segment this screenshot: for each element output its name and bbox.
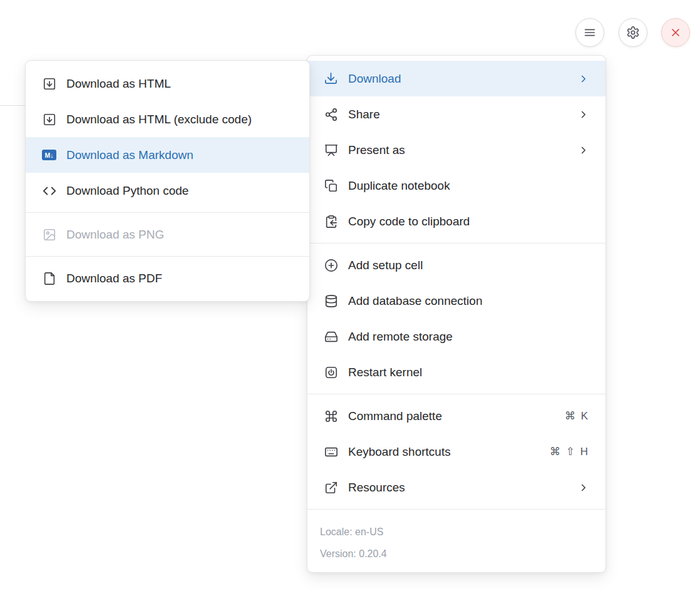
menu-divider xyxy=(307,509,605,510)
database-icon xyxy=(324,294,338,308)
plus-circle-icon xyxy=(324,258,338,272)
markdown-badge: M↓ xyxy=(42,150,56,160)
shortcut-hint: ⌘ K xyxy=(565,409,589,423)
menu-item-label: Add database connection xyxy=(348,294,589,308)
menu-divider xyxy=(26,212,309,213)
menu-item-label: Copy code to clipboard xyxy=(348,215,589,228)
shortcut-hint: ⌘ ⇧ H xyxy=(550,445,589,458)
menu-button[interactable] xyxy=(575,18,604,47)
keyboard-icon xyxy=(324,444,338,459)
menu-item-command-palette[interactable]: Command palette ⌘ K xyxy=(307,398,605,434)
menu-divider xyxy=(307,243,605,244)
menu-item-label: Present as xyxy=(348,143,570,157)
close-icon xyxy=(669,26,682,39)
share-icon xyxy=(324,107,338,121)
menu-item-add-database[interactable]: Add database connection xyxy=(307,283,605,319)
hamburger-icon xyxy=(583,26,597,39)
chevron-right-icon xyxy=(578,73,589,85)
menu-item-duplicate-notebook[interactable]: Duplicate notebook xyxy=(307,168,605,203)
square-arrow-down-icon xyxy=(42,112,56,126)
download-submenu: Download as HTML Download as HTML (exclu… xyxy=(25,60,310,302)
menu-item-label: Download as HTML (exclude code) xyxy=(66,113,293,126)
submenu-item-download-png: Download as PNG xyxy=(26,217,309,252)
locale-text: Locale: en-US xyxy=(320,521,593,543)
menu-item-add-remote-storage[interactable]: Add remote storage xyxy=(307,319,605,354)
menu-item-label: Keyboard shortcuts xyxy=(348,445,550,459)
external-link-icon xyxy=(324,480,338,495)
file-icon xyxy=(42,271,56,285)
menu-item-label: Download as Markdown xyxy=(66,148,293,162)
hard-drive-icon xyxy=(324,329,338,344)
clipboard-copy-icon xyxy=(324,214,338,228)
menu-item-copy-code[interactable]: Copy code to clipboard xyxy=(307,203,605,239)
menu-divider xyxy=(26,256,309,257)
menu-item-label: Share xyxy=(348,108,570,121)
chevron-right-icon xyxy=(578,109,589,120)
chevron-right-icon xyxy=(578,145,589,156)
submenu-item-download-markdown[interactable]: M↓ Download as Markdown xyxy=(26,137,309,173)
settings-button[interactable] xyxy=(619,18,647,47)
command-icon xyxy=(324,409,338,423)
background-cell-edge xyxy=(0,105,25,106)
submenu-item-download-pdf[interactable]: Download as PDF xyxy=(26,260,309,296)
menu-divider xyxy=(307,394,605,394)
close-button[interactable] xyxy=(661,18,690,47)
submenu-item-download-html-exclude-code[interactable]: Download as HTML (exclude code) xyxy=(26,101,309,137)
image-icon xyxy=(42,227,56,242)
menu-item-present-as[interactable]: Present as xyxy=(307,132,605,168)
download-icon xyxy=(324,71,338,86)
menu-item-share[interactable]: Share xyxy=(307,96,605,132)
menu-footer: Locale: en-US Version: 0.20.4 xyxy=(307,513,605,567)
submenu-item-download-python-code[interactable]: Download Python code xyxy=(26,173,309,208)
chevron-right-icon xyxy=(578,482,589,493)
version-text: Version: 0.20.4 xyxy=(320,543,593,565)
menu-item-label: Download as PDF xyxy=(66,272,293,285)
code-icon xyxy=(42,183,56,198)
gear-icon xyxy=(626,26,640,39)
duplicate-icon xyxy=(324,178,338,193)
notebook-menu: Download Share Present as Duplicate note… xyxy=(307,55,606,573)
menu-item-add-setup-cell[interactable]: Add setup cell xyxy=(307,247,605,283)
power-icon xyxy=(324,365,338,379)
menu-item-label: Command palette xyxy=(348,409,565,423)
menu-item-download[interactable]: Download xyxy=(307,61,605,96)
menu-item-label: Resources xyxy=(348,481,570,495)
markdown-icon: M↓ xyxy=(42,148,56,162)
menu-item-label: Restart kernel xyxy=(348,366,589,379)
submenu-item-download-html[interactable]: Download as HTML xyxy=(26,66,309,101)
menu-item-label: Download as PNG xyxy=(66,228,293,242)
square-arrow-down-icon xyxy=(42,76,56,91)
presentation-icon xyxy=(324,143,338,157)
menu-item-keyboard-shortcuts[interactable]: Keyboard shortcuts ⌘ ⇧ H xyxy=(307,434,605,470)
menu-item-label: Add setup cell xyxy=(348,259,589,272)
menu-item-label: Download Python code xyxy=(66,184,293,198)
menu-item-label: Add remote storage xyxy=(348,330,589,344)
menu-item-label: Download xyxy=(348,72,570,86)
menu-item-resources[interactable]: Resources xyxy=(307,470,605,505)
menu-item-restart-kernel[interactable]: Restart kernel xyxy=(307,354,605,390)
menu-item-label: Download as HTML xyxy=(66,77,293,91)
menu-item-label: Duplicate notebook xyxy=(348,179,589,193)
